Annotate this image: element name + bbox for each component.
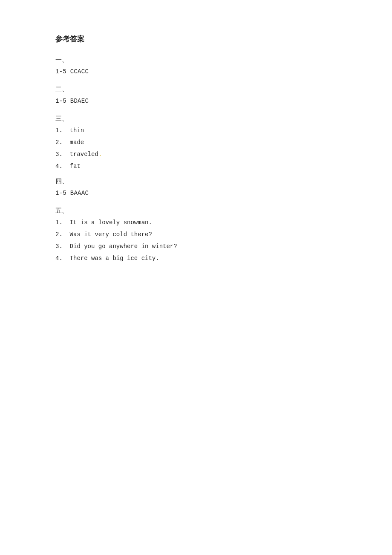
- highlight-char: .: [98, 151, 102, 158]
- section-5-heading: 五、: [55, 207, 337, 215]
- section-5-item-2: 2. Was it very cold there?: [55, 231, 337, 238]
- section-3-item-3: 3. traveled.: [55, 151, 337, 158]
- section-4: 四、 1-5 BAAAC: [55, 177, 337, 197]
- section-5-item-3: 3. Did you go anywhere in winter?: [55, 243, 337, 250]
- item-num: 2. made: [55, 139, 84, 146]
- section-2-answers: 1-5 BDAEC: [55, 98, 337, 104]
- page-title: 参考答案: [55, 34, 337, 44]
- section-1: 一、 1-5 CCACC: [55, 56, 337, 75]
- item-num: 4. fat: [55, 163, 81, 170]
- section-3-heading: 三、: [55, 115, 337, 123]
- section-3-item-4: 4. fat: [55, 163, 337, 170]
- section-5-item-4: 4. There was a big ice city.: [55, 255, 337, 262]
- item-num: 3. traveled.: [55, 151, 102, 158]
- section-3-item-1: 1. thin: [55, 127, 337, 134]
- section-4-heading: 四、: [55, 177, 337, 185]
- section-3: 三、 1. thin 2. made 3. traveled. 4. fat: [55, 115, 337, 170]
- section-1-heading: 一、: [55, 56, 337, 64]
- item-num: 1. thin: [55, 127, 84, 134]
- section-5: 五、 1. It is a lovely snowman. 2. Was it …: [55, 207, 337, 262]
- section-1-answers: 1-5 CCACC: [55, 68, 337, 75]
- section-4-answers: 1-5 BAAAC: [55, 190, 337, 197]
- section-3-item-2: 2. made: [55, 139, 337, 146]
- section-2: 二、 1-5 BDAEC: [55, 85, 337, 104]
- section-2-heading: 二、: [55, 85, 337, 93]
- section-5-item-1: 1. It is a lovely snowman.: [55, 219, 337, 226]
